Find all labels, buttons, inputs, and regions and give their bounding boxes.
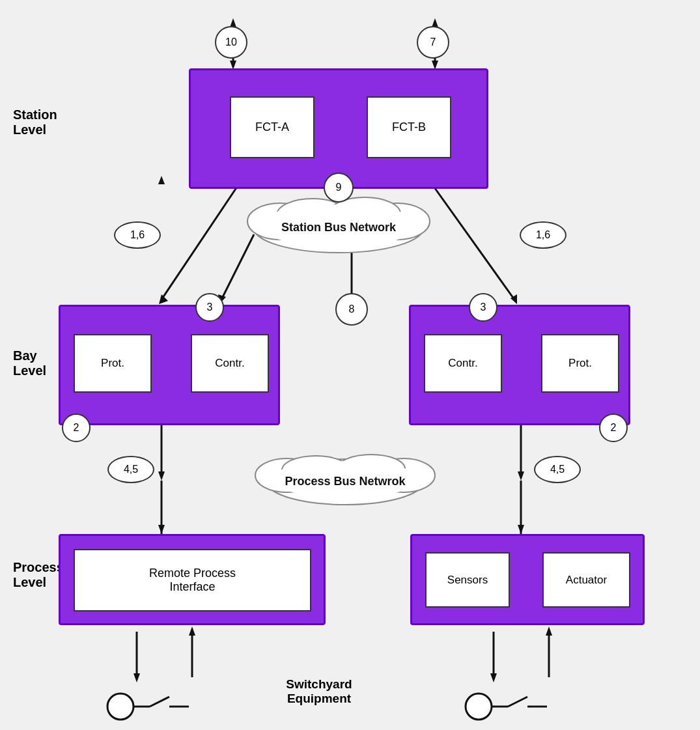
svg-point-53 [372, 458, 435, 492]
svg-marker-24 [158, 525, 165, 534]
bay-left-box: Prot. Contr. [59, 305, 280, 425]
fct-b-box: FCT-B [367, 96, 451, 158]
svg-marker-30 [189, 626, 195, 636]
process-level-label: ProcessLevel [13, 560, 64, 590]
svg-marker-28 [133, 673, 140, 682]
badge-3-left-top: 3 [195, 293, 224, 322]
svg-marker-13 [511, 294, 517, 304]
fct-a-box: FCT-A [230, 96, 315, 158]
svg-point-52 [255, 458, 318, 492]
svg-marker-19 [158, 176, 165, 184]
badge-3-right-top: 3 [469, 293, 497, 322]
station-level-label: Station Level [13, 107, 57, 137]
architecture-diagram: Station Bus Network Process Bus Netwrok … [0, 0, 700, 730]
svg-line-60 [150, 697, 169, 707]
badge-4-5-right: 4,5 [534, 456, 581, 483]
badge-10: 10 [215, 26, 247, 59]
station-bus-cloud: Station Bus Network [247, 197, 430, 253]
badge-8: 8 [335, 293, 368, 326]
svg-marker-26 [518, 525, 524, 534]
svg-marker-22 [518, 471, 524, 481]
switchyard-label: Switchyard Equipment [254, 677, 384, 706]
actuator-box: Actuator [542, 552, 630, 608]
badge-7: 7 [417, 26, 449, 59]
contr-left-box: Contr. [191, 334, 269, 393]
process-bus-cloud: Process Bus Netwrok [255, 455, 435, 505]
bay-level-label: BayLevel [13, 348, 46, 378]
svg-line-64 [508, 697, 527, 707]
badge-2-right-bottom: 2 [599, 414, 628, 442]
svg-point-55 [337, 455, 405, 483]
svg-point-45 [247, 203, 313, 240]
svg-marker-32 [490, 673, 497, 682]
svg-marker-20 [158, 471, 165, 481]
svg-line-14 [221, 234, 254, 300]
station-level-box: FCT-A FCT-B [189, 68, 488, 189]
svg-point-62 [466, 694, 492, 720]
svg-text:Process Bus Netwrok: Process Bus Netwrok [285, 475, 406, 488]
svg-marker-34 [546, 626, 552, 636]
svg-point-58 [107, 694, 133, 720]
svg-point-49 [257, 204, 420, 246]
badge-1-6-left: 1,6 [114, 221, 161, 249]
process-right-box: Sensors Actuator [410, 534, 645, 625]
badge-9: 9 [324, 173, 354, 203]
contr-right-box: Contr. [424, 334, 502, 393]
svg-marker-7 [335, 218, 342, 227]
badge-4-5-left: 4,5 [107, 456, 154, 483]
remote-process-interface-box: Remote Process Interface [74, 549, 311, 611]
svg-point-46 [365, 203, 430, 240]
svg-line-11 [430, 181, 514, 300]
process-left-box: Remote Process Interface [59, 534, 326, 625]
bay-right-box: Contr. Prot. [409, 305, 630, 425]
svg-point-47 [277, 199, 348, 231]
svg-text:Station Bus Network: Station Bus Network [281, 221, 397, 234]
svg-point-54 [282, 456, 350, 484]
svg-marker-10 [159, 294, 168, 304]
sensors-box: Sensors [425, 552, 510, 608]
badge-1-6-right: 1,6 [520, 221, 567, 249]
svg-point-56 [270, 461, 420, 498]
prot-left-box: Prot. [74, 334, 152, 393]
prot-right-box: Prot. [541, 334, 619, 393]
svg-point-51 [267, 459, 423, 505]
svg-line-8 [161, 181, 241, 300]
svg-point-44 [254, 203, 423, 253]
badge-2-left-bottom: 2 [62, 414, 91, 442]
